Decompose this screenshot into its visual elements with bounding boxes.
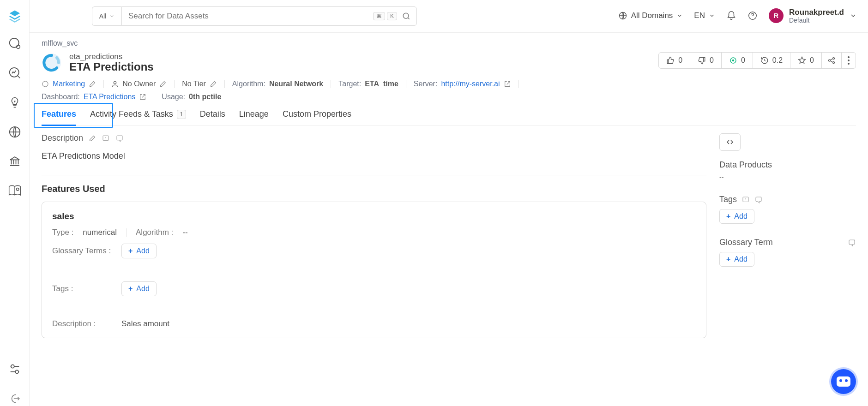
edit-domain-icon[interactable] bbox=[89, 80, 96, 88]
side-tags-heading: Tags bbox=[719, 195, 737, 204]
side-data-products-value: -- bbox=[719, 173, 856, 181]
feature-type-value: numerical bbox=[83, 228, 117, 237]
tab-details[interactable]: Details bbox=[200, 109, 225, 125]
feature-description-value: Sales amount bbox=[121, 319, 169, 328]
dashboard-chip[interactable]: Dashboard: ETA Predictions bbox=[42, 93, 146, 101]
entity-type-icon bbox=[42, 53, 62, 73]
features-used-heading: Features Used bbox=[42, 184, 706, 194]
tabs: Features Activity Feeds & Tasks 1 Detail… bbox=[42, 109, 856, 126]
kebab-icon bbox=[847, 56, 850, 65]
chevron-down-icon bbox=[676, 12, 683, 19]
freshness-button[interactable]: 0.2 bbox=[753, 53, 790, 68]
comment-description-icon[interactable] bbox=[115, 134, 124, 143]
svg-point-12 bbox=[732, 60, 734, 61]
notifications-button[interactable] bbox=[726, 11, 736, 21]
side-add-tag-button[interactable]: +Add bbox=[719, 209, 754, 224]
open-tasks-button[interactable]: 0 bbox=[722, 53, 753, 68]
search-scope-label: All bbox=[99, 12, 107, 20]
code-icon bbox=[725, 138, 735, 146]
tab-lineage[interactable]: Lineage bbox=[239, 109, 269, 125]
svg-point-5 bbox=[11, 365, 14, 368]
search-input[interactable] bbox=[127, 11, 368, 21]
share-button[interactable] bbox=[822, 53, 842, 68]
svg-point-19 bbox=[42, 81, 48, 87]
request-description-icon[interactable] bbox=[102, 134, 110, 143]
tab-custom-properties[interactable]: Custom Properties bbox=[283, 109, 351, 125]
tab-activity[interactable]: Activity Feeds & Tasks 1 bbox=[90, 109, 186, 125]
description-heading: Description bbox=[42, 133, 706, 143]
help-button[interactable] bbox=[747, 11, 758, 21]
downvote-button[interactable]: 0 bbox=[690, 53, 722, 68]
svg-point-4 bbox=[16, 188, 18, 191]
share-icon bbox=[827, 56, 836, 65]
nav-insights-icon[interactable] bbox=[7, 95, 22, 110]
chatbot-button[interactable] bbox=[831, 369, 856, 394]
entity-slug: eta_predictions bbox=[69, 52, 154, 61]
nav-glossary-icon[interactable] bbox=[7, 184, 22, 198]
domain-chip[interactable]: Marketing bbox=[42, 80, 96, 88]
svg-point-20 bbox=[114, 82, 116, 84]
activity-count-badge: 1 bbox=[177, 110, 186, 119]
side-add-glossary-button[interactable]: +Add bbox=[719, 252, 754, 267]
toggle-code-button[interactable] bbox=[719, 133, 741, 151]
page-title: ETA Predictions bbox=[69, 60, 154, 73]
add-tag-button[interactable]: +Add bbox=[121, 281, 157, 296]
svg-point-7 bbox=[403, 13, 409, 18]
nav-domains-icon[interactable] bbox=[7, 125, 22, 139]
tier-chip[interactable]: No Tier bbox=[182, 80, 217, 88]
comment-tags-icon[interactable] bbox=[754, 196, 763, 204]
page-scroll[interactable]: mlflow_svc eta_predictions ETA Predictio… bbox=[30, 32, 868, 406]
bell-icon bbox=[726, 11, 736, 21]
chevron-down-icon bbox=[109, 13, 115, 19]
algorithm-chip: Algorithm: Neural Network bbox=[232, 80, 323, 88]
svg-point-14 bbox=[833, 58, 835, 60]
chevron-down-icon bbox=[709, 12, 715, 19]
nav-governance-icon[interactable] bbox=[7, 154, 22, 169]
target-icon bbox=[729, 56, 737, 65]
breadcrumb[interactable]: mlflow_svc bbox=[42, 39, 856, 48]
stats-bar: 0 0 0 0.2 0 bbox=[658, 52, 856, 69]
thumbs-up-icon bbox=[666, 56, 675, 65]
user-role: Default bbox=[789, 17, 844, 24]
meta-row-2: Dashboard: ETA Predictions Usage: 0th pc… bbox=[42, 93, 856, 101]
external-link-icon bbox=[504, 80, 511, 88]
topbar: All ⌘ K All Domains EN R bbox=[0, 0, 868, 32]
owner-chip[interactable]: No Owner bbox=[111, 80, 167, 88]
thumbs-down-icon bbox=[698, 56, 706, 65]
request-tags-icon[interactable] bbox=[741, 196, 750, 204]
side-data-products-heading: Data Products bbox=[719, 160, 856, 170]
domain-selector[interactable]: All Domains bbox=[618, 11, 683, 20]
add-glossary-term-button[interactable]: +Add bbox=[121, 244, 157, 258]
feature-card: sales Type : numerical Algorithm : -- Gl… bbox=[42, 202, 706, 338]
help-icon bbox=[747, 11, 758, 21]
search-scope-select[interactable]: All bbox=[92, 6, 121, 26]
globe-icon bbox=[618, 11, 627, 20]
nav-logout-icon[interactable] bbox=[7, 391, 22, 406]
upvote-button[interactable]: 0 bbox=[659, 53, 690, 68]
nav-observability-icon[interactable] bbox=[7, 66, 22, 80]
lang-selector[interactable]: EN bbox=[694, 11, 715, 20]
avatar: R bbox=[769, 8, 784, 23]
user-name: Rounakpreet.d bbox=[789, 8, 844, 17]
server-chip[interactable]: Server: http://my-server.ai bbox=[414, 80, 511, 88]
comment-glossary-icon[interactable] bbox=[848, 239, 856, 247]
chevron-down-icon bbox=[850, 12, 857, 19]
edit-owner-icon[interactable] bbox=[159, 80, 167, 88]
svg-point-13 bbox=[829, 60, 831, 61]
nav-settings-icon[interactable] bbox=[7, 362, 22, 376]
tab-features[interactable]: Features bbox=[42, 109, 76, 125]
svg-point-17 bbox=[848, 60, 850, 61]
user-menu[interactable]: R Rounakpreet.d Default bbox=[769, 8, 857, 24]
nav-explore-icon[interactable] bbox=[7, 36, 22, 51]
star-button[interactable]: 0 bbox=[790, 53, 822, 68]
edit-tier-icon[interactable] bbox=[210, 80, 217, 88]
bot-icon bbox=[837, 376, 850, 387]
left-nav bbox=[0, 0, 30, 406]
svg-point-16 bbox=[848, 56, 850, 58]
search-container: ⌘ K bbox=[121, 6, 417, 26]
search-icon[interactable] bbox=[402, 12, 411, 21]
target-chip: Target: ETA_time bbox=[338, 80, 398, 88]
description-body: ETA Predictions Model bbox=[42, 151, 706, 161]
more-menu-button[interactable] bbox=[842, 53, 856, 68]
edit-description-icon[interactable] bbox=[89, 135, 96, 142]
